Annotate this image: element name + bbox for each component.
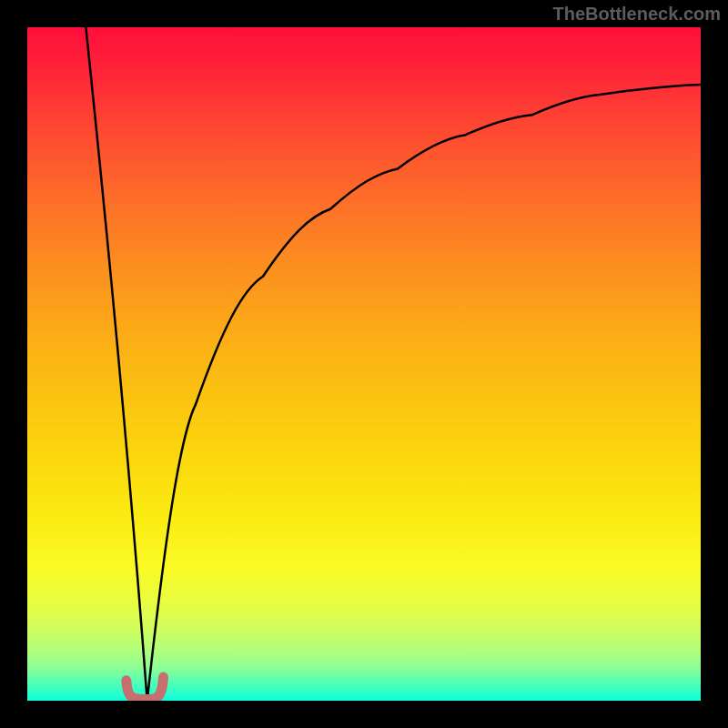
curve-layer <box>27 27 701 701</box>
attribution-label: TheBottleneck.com <box>553 4 721 25</box>
plot-area <box>27 27 701 701</box>
bottleneck-curve <box>86 27 701 701</box>
